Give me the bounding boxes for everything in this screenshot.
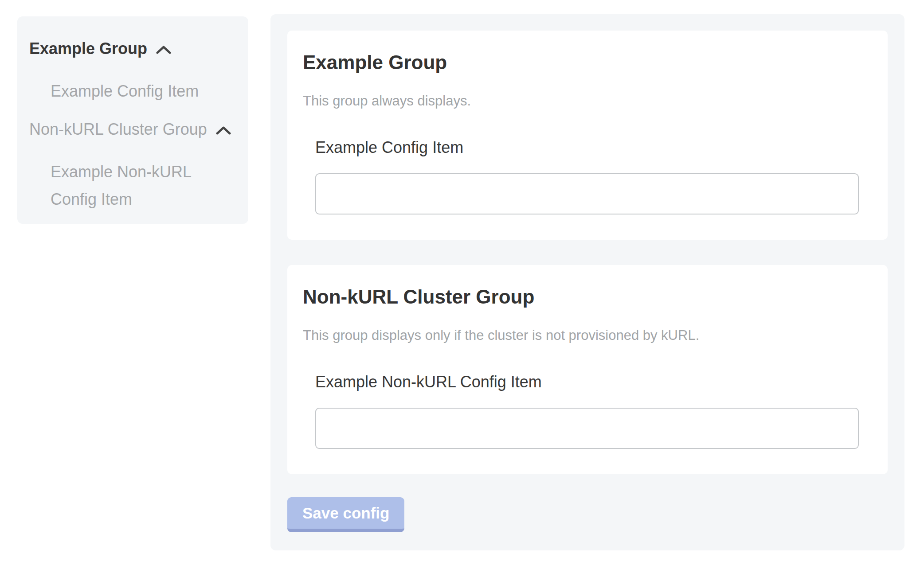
example-non-kurl-config-item-input[interactable] bbox=[315, 408, 859, 449]
config-item-label: Example Non-kURL Config Item bbox=[315, 372, 859, 392]
group-title: Example Group bbox=[303, 51, 872, 74]
config-group-card-example-group: Example Group This group always displays… bbox=[287, 31, 888, 240]
save-config-button[interactable]: Save config bbox=[287, 497, 404, 532]
config-item-example-non-kurl-config-item: Example Non-kURL Config Item bbox=[315, 372, 859, 449]
sidebar-group-label[interactable]: Example Group bbox=[29, 39, 147, 58]
chevron-up-icon[interactable] bbox=[156, 45, 171, 54]
config-group-card-non-kurl-cluster-group: Non-kURL Cluster Group This group displa… bbox=[287, 265, 888, 474]
group-description: This group always displays. bbox=[303, 93, 872, 109]
chevron-up-icon[interactable] bbox=[216, 126, 231, 135]
group-description: This group displays only if the cluster … bbox=[303, 327, 872, 344]
sidebar-group-label[interactable]: Non-kURL Cluster Group bbox=[29, 120, 207, 139]
sidebar-item-example-config-item[interactable]: Example Config Item bbox=[51, 78, 236, 105]
config-item-label: Example Config Item bbox=[315, 138, 859, 157]
group-title: Non-kURL Cluster Group bbox=[303, 285, 872, 308]
sidebar-group-example-group[interactable]: Example Group bbox=[29, 39, 236, 58]
sidebar-group-non-kurl-cluster-group[interactable]: Non-kURL Cluster Group bbox=[29, 120, 236, 139]
sidebar-item-example-non-kurl-config-item[interactable]: Example Non-kURL Config Item bbox=[51, 158, 236, 213]
config-nav-sidebar: Example Group Example Config Item Non-kU… bbox=[17, 16, 248, 224]
config-item-example-config-item: Example Config Item bbox=[315, 138, 859, 214]
config-content-panel: Example Group This group always displays… bbox=[270, 14, 904, 550]
example-config-item-input[interactable] bbox=[315, 173, 859, 214]
